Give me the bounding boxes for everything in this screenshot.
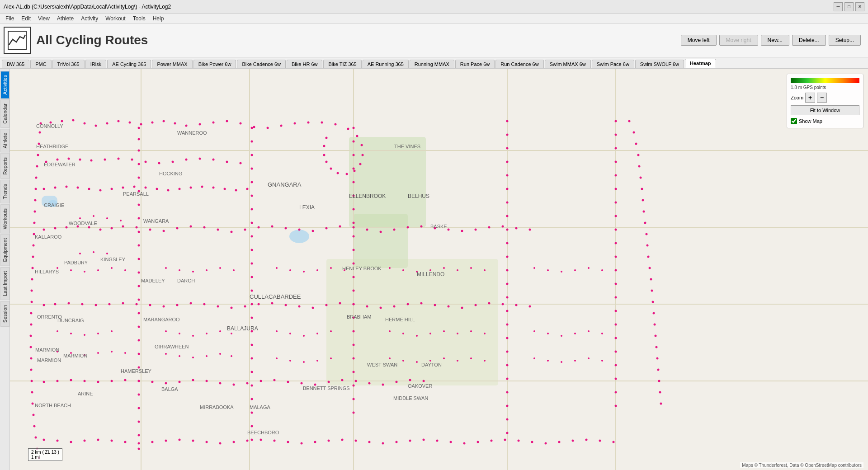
page-title: All Cycling Routes	[36, 33, 675, 47]
sidebar-item-last-import[interactable]: Last Import	[0, 267, 9, 300]
tab-bike-hr-6w[interactable]: Bike HR 6w	[287, 60, 322, 68]
tab-pmc[interactable]: PMC	[30, 60, 51, 68]
menu-item-edit[interactable]: Edit	[18, 14, 34, 23]
sidebar-item-session[interactable]: Session	[0, 301, 9, 327]
svg-point-482	[260, 439, 262, 441]
svg-point-65	[267, 127, 269, 129]
svg-point-446	[470, 357, 472, 359]
fit-window-button[interactable]: Fit to Window	[791, 105, 859, 115]
svg-point-447	[484, 360, 486, 362]
svg-point-69	[628, 120, 631, 122]
svg-point-103	[145, 161, 147, 163]
menu-item-tools[interactable]: Tools	[129, 14, 149, 23]
svg-point-64	[253, 126, 255, 128]
svg-point-335	[356, 135, 359, 137]
menu-item-help[interactable]: Help	[149, 14, 168, 23]
zoom-in-button[interactable]: +	[805, 93, 815, 103]
svg-point-361	[201, 186, 203, 188]
setup-button[interactable]: Setup...	[829, 35, 861, 46]
tab-bw-365[interactable]: BW 365	[2, 60, 29, 68]
tab-run-cadence-6w[interactable]: Run Cadence 6w	[495, 60, 543, 68]
svg-point-73	[638, 165, 641, 168]
svg-point-493	[409, 440, 411, 442]
sidebar-item-activities[interactable]: Activities	[0, 71, 9, 99]
tab-ae-running-365[interactable]: AE Running 365	[363, 60, 409, 68]
svg-point-497	[463, 442, 466, 445]
svg-point-503	[545, 442, 547, 445]
svg-text:NORTH BEACH: NORTH BEACH	[35, 403, 71, 408]
menu-item-activity[interactable]: Activity	[77, 14, 102, 23]
tab-heatmap[interactable]: Heatmap	[685, 59, 716, 68]
svg-text:DARCH: DARCH	[177, 278, 195, 283]
tab-swim-pace-6w[interactable]: Swim Pace 6w	[592, 60, 634, 68]
svg-point-317	[615, 215, 617, 217]
zoom-out-button[interactable]: −	[817, 93, 827, 103]
minimize-button[interactable]: ─	[834, 2, 843, 11]
tab-run-pace-6w[interactable]: Run Pace 6w	[455, 60, 495, 68]
svg-point-54	[129, 122, 131, 124]
header: All Cycling Routes Move left Move right …	[0, 24, 868, 57]
maximize-button[interactable]: □	[844, 2, 854, 11]
svg-point-366	[79, 217, 81, 219]
svg-point-143	[461, 230, 463, 232]
sidebar-item-athlete[interactable]: Athlete	[0, 129, 9, 152]
svg-point-221	[138, 204, 140, 206]
delete-button[interactable]: Delete...	[792, 35, 826, 46]
sidebar-item-equipment[interactable]: Equipment	[0, 234, 9, 266]
tab-power-mmax[interactable]: Power MMAX	[152, 60, 192, 68]
svg-text:MIRRABOOKA: MIRRABOOKA	[200, 404, 234, 410]
sidebar-item-calendar[interactable]: Calendar	[0, 99, 9, 128]
tab-trivol-365[interactable]: TriVol 365	[52, 60, 85, 68]
svg-point-207	[328, 381, 330, 383]
logo-icon	[7, 30, 27, 50]
tab-running-mmax[interactable]: Running MMAX	[410, 60, 454, 68]
svg-point-111	[43, 229, 45, 231]
tab-bike-cadence-6w[interactable]: Bike Cadence 6w	[237, 60, 286, 68]
svg-text:DAYTON: DAYTON	[421, 362, 442, 367]
svg-text:MARMION: MARMION	[63, 353, 87, 358]
svg-point-334	[347, 128, 349, 130]
svg-point-371	[93, 251, 94, 253]
window-controls: ─ □ ✕	[834, 2, 864, 11]
svg-point-356	[145, 187, 147, 189]
svg-point-80	[646, 244, 649, 247]
svg-point-492	[396, 441, 398, 443]
svg-point-470	[97, 439, 99, 441]
tab-irisk[interactable]: IRisk	[85, 60, 106, 68]
svg-point-30	[31, 278, 33, 281]
sidebar-item-reports[interactable]: Reports	[0, 153, 9, 179]
map-container[interactable]: WANNEROO CONNOLLY HEATHRIDGE EDGEWATER C…	[10, 69, 868, 470]
svg-point-320	[615, 256, 617, 258]
svg-point-79	[646, 233, 648, 235]
svg-point-127	[244, 229, 246, 231]
close-button[interactable]: ✕	[855, 2, 864, 11]
tab-swim-swolf-6w[interactable]: Swim SWOLF 6w	[635, 60, 684, 68]
svg-point-505	[572, 440, 574, 442]
svg-point-410	[303, 271, 305, 273]
menu-item-file[interactable]: File	[2, 14, 18, 23]
menu-item-view[interactable]: View	[34, 14, 53, 23]
sidebar-item-workouts[interactable]: Workouts	[0, 204, 9, 233]
svg-point-327	[615, 351, 617, 353]
show-map-checkbox[interactable]	[791, 118, 797, 124]
tab-ae-cycling-365[interactable]: AE Cycling 365	[107, 60, 151, 68]
move-left-button[interactable]: Move left	[681, 35, 717, 46]
tab-bike-tiz-365[interactable]: Bike TIZ 365	[323, 60, 361, 68]
tab-bike-power-6w[interactable]: Bike Power 6w	[193, 60, 236, 68]
new-button[interactable]: New...	[761, 35, 789, 46]
sidebar-item-trends[interactable]: Trends	[0, 180, 9, 203]
menu-item-athlete[interactable]: Athlete	[53, 14, 77, 23]
menu-item-workout[interactable]: Workout	[102, 14, 129, 23]
svg-point-351	[88, 188, 90, 190]
svg-point-476	[179, 439, 181, 441]
svg-point-316	[615, 202, 617, 204]
svg-point-91	[657, 369, 660, 371]
svg-point-113	[66, 226, 68, 229]
move-right-button[interactable]: Move right	[719, 35, 758, 46]
svg-point-369	[120, 220, 122, 221]
svg-point-183	[502, 303, 504, 306]
svg-point-481	[246, 440, 249, 442]
tab-swim-mmax-6w[interactable]: Swim MMAX 6w	[545, 60, 591, 68]
svg-point-485	[301, 442, 303, 445]
svg-point-230	[138, 326, 140, 328]
